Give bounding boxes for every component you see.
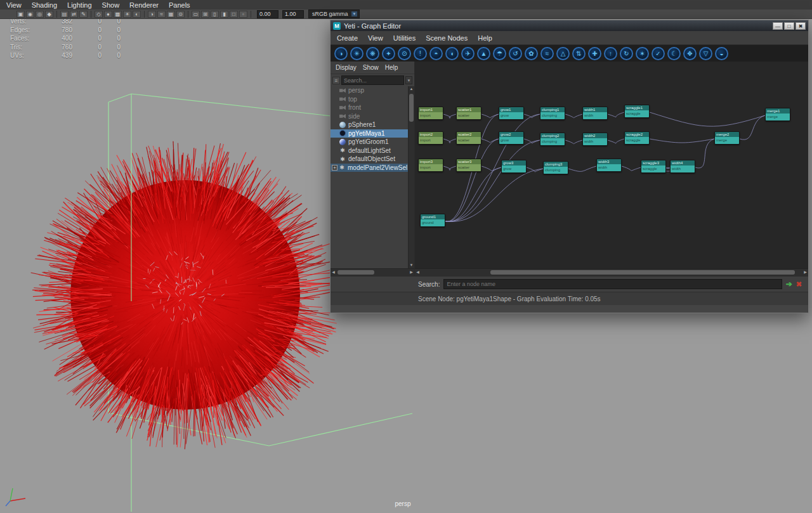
graph-node-import3[interactable]: import3import (418, 159, 443, 172)
camera-attributes-icon[interactable]: ◎ (36, 11, 44, 18)
filter-icon[interactable]: ✥ (683, 47, 697, 60)
graph-node-grow3[interactable]: grow3grow (501, 160, 527, 173)
textured-icon[interactable]: ▩ (114, 11, 122, 18)
graph-node-width1[interactable]: width1width (582, 107, 608, 120)
texture-icon[interactable]: ↑ (604, 47, 617, 60)
transform-icon[interactable]: ↻ (620, 47, 633, 60)
graph-node-grow1[interactable]: grow1grow (499, 107, 524, 120)
bookmark-icon[interactable]: ◆ (45, 11, 53, 18)
graph-node-scatter2[interactable]: scatter2scatter (456, 131, 481, 145)
instance-icon[interactable]: ↺ (509, 47, 522, 60)
graph-node-merge1[interactable]: merge1merge (765, 108, 790, 121)
outliner-item-defaultlightset[interactable]: ✱defaultLightSet (331, 146, 414, 155)
minimize-button[interactable]: — (773, 22, 783, 30)
clumping-icon[interactable]: ◓ (429, 47, 443, 60)
select-camera-icon[interactable]: ▣ (16, 11, 25, 18)
graph-node-clumping3[interactable]: clumping3clumping (543, 161, 568, 174)
search-options-chevron-icon[interactable]: ▼ (405, 76, 412, 84)
outliner-item-pgyetigroom1[interactable]: pgYetiGroom1 (331, 138, 414, 146)
displacement-icon[interactable]: ▲ (477, 47, 490, 60)
attribute-icon[interactable]: ✦ (382, 47, 395, 60)
grow-icon[interactable]: ❋ (366, 47, 379, 60)
graph-node-scatter3[interactable]: scatter3scatter (456, 159, 481, 172)
twist-icon[interactable]: ✶ (636, 47, 649, 60)
comb-icon[interactable]: ◖ (445, 47, 459, 60)
window-title-bar[interactable]: M Yeti - Graph Editor —□✖ (331, 20, 808, 31)
outliner-horizontal-scrollbar[interactable]: ◀ ▶ (331, 268, 414, 276)
outliner-item-psphere1[interactable]: pSphere1 (331, 120, 414, 129)
graph-menu-view[interactable]: View (368, 34, 383, 42)
maximize-button[interactable]: □ (784, 22, 794, 30)
menu-view[interactable]: View (6, 1, 22, 9)
graph-menu-create[interactable]: Create (337, 34, 358, 42)
graph-menu-help[interactable]: Help (478, 34, 492, 42)
import-icon[interactable]: ◑ (334, 47, 348, 60)
outliner-menu-show[interactable]: Show (363, 64, 379, 71)
node-search-input[interactable] (443, 279, 782, 289)
graph-horizontal-scrollbar[interactable]: ◀ ▶ (415, 268, 808, 276)
graph-node-ground1[interactable]: ground1ground (420, 214, 445, 227)
merge-icon[interactable]: ✿ (525, 47, 538, 60)
graph-node-width3[interactable]: width3width (596, 159, 622, 172)
safe-action-icon[interactable]: □ (230, 11, 238, 18)
isolate-select-icon[interactable]: ▭ (192, 11, 200, 18)
expand-icon[interactable]: + (332, 165, 337, 171)
bake-icon[interactable]: ⊙ (398, 47, 411, 60)
outliner-item-defaultobjectset[interactable]: ✱defaultObjectSet (331, 155, 414, 164)
menu-show[interactable]: Show (102, 1, 120, 9)
menu-panels[interactable]: Panels (169, 1, 190, 9)
menu-shading[interactable]: Shading (32, 1, 57, 9)
lighting-icon[interactable]: ☀ (123, 11, 131, 18)
outliner-item-pgyetimaya1[interactable]: pgYetiMaya1 (331, 129, 414, 138)
scroll-right-icon[interactable]: ▶ (802, 269, 808, 275)
outliner-item-front[interactable]: front (331, 103, 414, 112)
graph-node-width2[interactable]: width2width (582, 133, 608, 146)
outliner-search-input[interactable] (341, 75, 404, 85)
outliner-vertical-scrollbar[interactable]: ▲ ▼ (408, 86, 414, 268)
graph-node-scraggle2[interactable]: scraggle2scraggle (624, 131, 650, 145)
motion-blur-icon[interactable]: ≈ (157, 11, 166, 18)
direction-icon[interactable]: ✈ (461, 47, 475, 60)
search-clear-icon[interactable]: ✖ (796, 280, 802, 289)
search-history-icon[interactable]: ≡ (332, 77, 340, 84)
wireframe-icon[interactable]: ◇ (95, 11, 103, 18)
menu-renderer[interactable]: Renderer (129, 1, 159, 9)
close-button[interactable]: ✖ (796, 22, 806, 30)
2d-pan-zoom-icon[interactable]: ⇄ (70, 11, 78, 18)
outliner-item-modelpanel2viewsel[interactable]: +✱modelPanel2ViewSel... (331, 164, 414, 172)
scroll-up-icon[interactable]: ▲ (409, 86, 414, 92)
scrollbar-thumb[interactable] (337, 270, 374, 275)
graph-node-width4[interactable]: width4width (670, 160, 695, 173)
graph-node-scatter1[interactable]: scatter1scatter (456, 107, 481, 120)
grease-pencil-icon[interactable]: ✎ (79, 11, 88, 18)
node-graph-canvas[interactable]: import1importscatter1scattergrow1growclu… (415, 62, 808, 268)
depth-of-field-icon[interactable]: ⊙ (176, 11, 185, 18)
outliner-item-persp[interactable]: persp (331, 86, 414, 95)
scroll-right-icon[interactable]: ▶ (409, 269, 414, 275)
scraggle-icon[interactable]: ⇅ (572, 47, 586, 60)
scatter-icon[interactable]: ✳ (350, 47, 363, 60)
gate-mask-icon[interactable]: ▮ (220, 11, 228, 18)
graph-node-grow2[interactable]: grow2grow (499, 131, 524, 145)
graph-node-scraggle3[interactable]: scraggle3scraggle (641, 160, 666, 173)
scroll-down-icon[interactable]: ▼ (409, 263, 414, 268)
scrollbar-thumb[interactable] (490, 270, 795, 275)
field-chart-icon[interactable]: ⊞ (201, 11, 209, 18)
graph-node-clumping2[interactable]: clumping2clumping (540, 133, 565, 146)
safe-title-icon[interactable]: ▫ (239, 11, 247, 18)
gamma-field[interactable]: 1.00 (282, 10, 304, 18)
outliner-item-side[interactable]: side (331, 112, 414, 121)
curve-icon[interactable]: ☾ (667, 47, 681, 60)
outliner-menu-help[interactable]: Help (385, 64, 398, 71)
graph-node-clumping1[interactable]: clumping1clumping (540, 107, 565, 120)
guide-icon[interactable]: ☂ (493, 47, 506, 60)
view-transform-dropdown[interactable]: sRGB gamma ▼ (308, 10, 360, 18)
multisample-icon[interactable]: ▦ (167, 11, 175, 18)
scroll-left-icon[interactable]: ◀ (331, 269, 336, 275)
reference-icon[interactable]: △ (556, 47, 570, 60)
lock-camera-icon[interactable]: ◉ (26, 11, 34, 18)
convert-icon[interactable]: ▽ (699, 47, 712, 60)
expression-icon[interactable]: ! (414, 47, 427, 60)
graph-node-scraggle1[interactable]: scraggle1scraggle (624, 105, 650, 118)
search-go-icon[interactable]: ➔ (786, 280, 792, 289)
